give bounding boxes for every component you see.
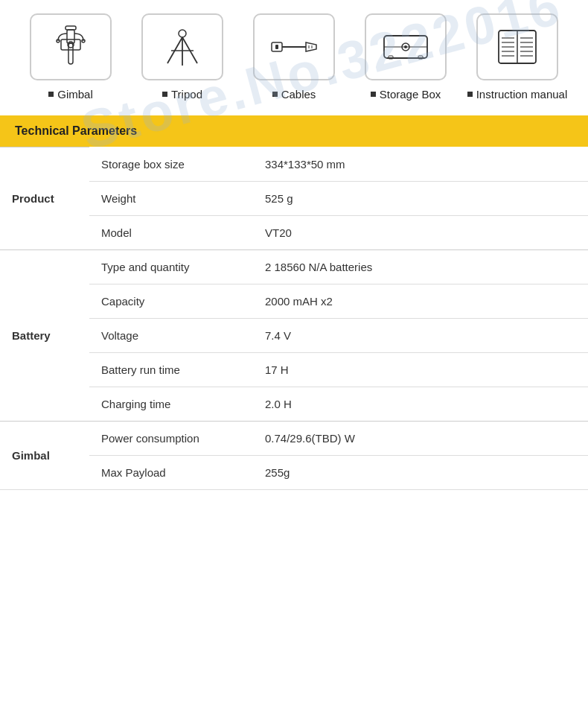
sub-charging-time: Charging time [89,387,253,421]
val-power-consumption: 0.74/29.6(TBD) W [253,421,588,455]
val-type-quantity: 2 18560 N/A batteries [253,249,588,284]
gimbal-label-text: Gimbal [57,88,93,101]
storage-box-label: Storage Box [371,88,441,101]
category-product: Product [0,147,89,250]
instruction-manual-icon [491,25,543,69]
tripod-icon [156,25,208,69]
val-weight: 525 g [253,181,588,215]
instruction-manual-label-text: Instruction manual [476,88,568,101]
sub-storage-box-size: Storage box size [89,147,253,182]
sub-power-consumption: Power consumption [89,421,253,455]
params-table: Product Storage box size 334*133*50 mm W… [0,147,588,490]
sub-model: Model [89,215,253,249]
tripod-bullet [162,92,167,97]
icon-item-gimbal: Gimbal [19,13,123,101]
icon-item-cables: Cables [242,13,346,101]
val-storage-box-size: 334*133*50 mm [253,147,588,182]
storage-box-label-text: Storage Box [380,88,441,101]
icon-item-tripod: Tripod [130,13,234,101]
category-battery: Battery [0,249,89,421]
cables-bullet [272,92,278,97]
storage-box-bullet [371,92,376,97]
gimbal-icon-box [30,13,112,80]
val-charging-time: 2.0 H [253,387,588,421]
svg-point-20 [404,45,407,48]
val-max-payload: 255g [253,455,588,489]
sub-weight: Weight [89,181,253,215]
gimbal-bullet [48,92,54,97]
table-row: Battery Type and quantity 2 18560 N/A ba… [0,249,588,284]
svg-rect-5 [61,39,80,50]
tripod-label-text: Tripod [171,88,202,101]
instruction-manual-label: Instruction manual [467,88,568,101]
val-battery-run-time: 17 H [253,352,588,387]
svg-rect-13 [275,45,278,49]
val-voltage: 7.4 V [253,318,588,352]
icon-item-instruction-manual: Instruction manual [465,13,569,101]
icons-section: Gimbal Tripod [0,0,588,115]
instruction-manual-icon-box [476,13,558,80]
gimbal-label: Gimbal [48,88,93,101]
storage-box-icon [380,25,432,69]
sub-battery-run-time: Battery run time [89,352,253,387]
cables-label-text: Cables [281,88,316,101]
val-capacity: 2000 mAH x2 [253,284,588,318]
val-model: VT20 [253,215,588,249]
cables-label: Cables [272,88,316,101]
storage-box-icon-box [365,13,447,80]
sub-voltage: Voltage [89,318,253,352]
tech-parameters-title: Technical Parameters [15,124,137,137]
instruction-manual-bullet [467,92,473,97]
table-row: Product Storage box size 334*133*50 mm [0,147,588,182]
sub-capacity: Capacity [89,284,253,318]
tech-parameters-header: Technical Parameters [0,115,588,147]
svg-point-7 [179,30,186,37]
tripod-label: Tripod [162,88,202,101]
cables-icon [268,25,320,69]
svg-rect-2 [68,43,73,64]
tripod-icon-box [141,13,223,80]
sub-type-quantity: Type and quantity [89,249,253,284]
cables-icon-box [253,13,335,80]
icon-item-storage-box: Storage Box [354,13,458,101]
sub-max-payload: Max Payload [89,455,253,489]
category-gimbal: Gimbal [0,421,89,489]
table-row: Gimbal Power consumption 0.74/29.6(TBD) … [0,421,588,455]
gimbal-icon [45,25,97,69]
